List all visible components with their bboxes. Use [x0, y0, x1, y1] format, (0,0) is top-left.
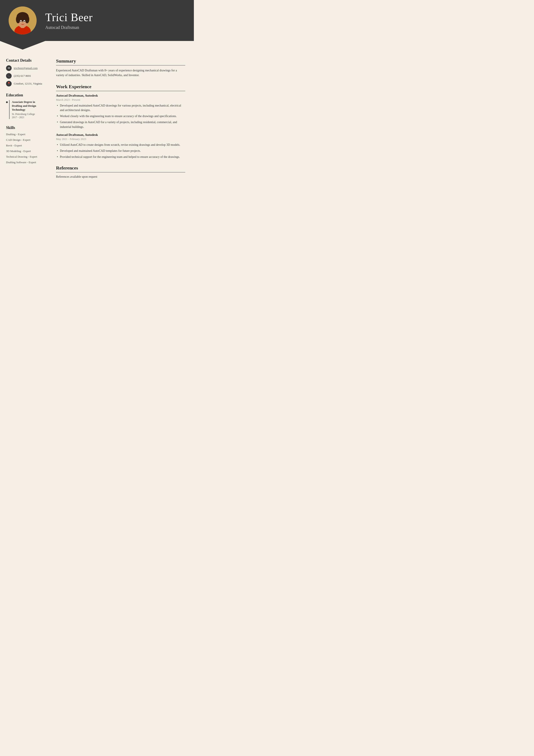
svg-point-5: [16, 15, 20, 23]
avatar-image: [9, 7, 37, 35]
resume-body: Contact Details ✉ tricibeer@gmail.com 📞 …: [0, 50, 194, 198]
skill-item: Drafting Software - Expert: [6, 161, 45, 164]
references-section: References References available upon req…: [56, 165, 185, 178]
email-icon: ✉: [6, 65, 12, 71]
skill-item: Drafting - Expert: [6, 133, 45, 136]
edu-content: Associate Degree in Drafting and Design …: [9, 100, 45, 119]
email-link[interactable]: tricibeer@gmail.com: [14, 67, 38, 70]
svg-point-9: [20, 21, 21, 22]
chevron-divider: [0, 41, 194, 50]
work-experience-title: Work Experience: [56, 84, 185, 91]
skill-item: 3D Modeling - Expert: [6, 149, 45, 153]
avatar: [9, 7, 37, 35]
candidate-name: Trici Beer: [45, 11, 93, 24]
summary-text: Experienced AutoCAD Draftsman with 8+ ye…: [56, 68, 185, 78]
job-1-bullet-2: Worked closely with the engineering team…: [56, 114, 185, 119]
job-1-period: March 2023 - Present: [56, 98, 185, 101]
chevron-shape: [0, 41, 45, 50]
phone-value: (235) 617 8691: [14, 74, 31, 78]
skills-section-title: Skills: [6, 125, 45, 130]
job-2-bullet-2: Developed and maintained AutoCAD templat…: [56, 148, 185, 153]
svg-point-10: [24, 21, 25, 22]
contact-section-title: Contact Details: [6, 58, 45, 63]
job-2-period: May 2021 - February 2023: [56, 137, 185, 141]
location-icon: 📍: [6, 81, 12, 87]
work-experience-section: Work Experience Autocad Draftsman, Autod…: [56, 84, 185, 159]
skills-section: Skills Drafting - Expert CAD Design - Ex…: [6, 125, 45, 164]
job-2-title: Autocad Draftsman, Autodesk: [56, 133, 185, 137]
job-2-bullet-1: Utilized AutoCAD to create designs from …: [56, 143, 185, 147]
address-value: Cristfort, 12131, Virginia: [14, 82, 42, 85]
references-text: References available upon request: [56, 175, 185, 178]
resume-header: Trici Beer Autocad Draftsman: [0, 0, 194, 41]
education-section-title: Education: [6, 93, 45, 97]
job-2: Autocad Draftsman, Autodesk May 2021 - F…: [56, 133, 185, 159]
edu-degree: Associate Degree in Drafting and Design …: [12, 100, 45, 112]
education-item: Associate Degree in Drafting and Design …: [6, 100, 45, 119]
skill-item: CAD Design - Expert: [6, 138, 45, 142]
skill-item: Technical Drawing - Expert: [6, 155, 45, 158]
email-item: ✉ tricibeer@gmail.com: [6, 65, 45, 71]
header-info: Trici Beer Autocad Draftsman: [45, 11, 93, 30]
summary-section: Summary Experienced AutoCAD Draftsman wi…: [56, 58, 185, 78]
edu-school: St. Petersburg College: [12, 113, 45, 116]
phone-icon: 📞: [6, 73, 12, 79]
address-item: 📍 Cristfort, 12131, Virginia: [6, 81, 45, 87]
sidebar: Contact Details ✉ tricibeer@gmail.com 📞 …: [0, 56, 50, 189]
job-1: Autocad Draftsman, Autodesk March 2023 -…: [56, 94, 185, 129]
edu-years: 2017 - 2021: [12, 116, 45, 119]
candidate-title: Autocad Draftsman: [45, 25, 93, 30]
job-1-title: Autocad Draftsman, Autodesk: [56, 94, 185, 97]
references-title: References: [56, 165, 185, 173]
svg-point-6: [25, 15, 29, 23]
education-section: Education Associate Degree in Drafting a…: [6, 93, 45, 119]
job-2-bullets: Utilized AutoCAD to create designs from …: [56, 143, 185, 159]
job-1-bullet-1: Developed and maintained AutoCAD drawing…: [56, 103, 185, 113]
skill-item: Revit - Expert: [6, 144, 45, 147]
phone-item: 📞 (235) 617 8691: [6, 73, 45, 79]
job-2-bullet-3: Provided technical support for the engin…: [56, 155, 185, 159]
contact-section: Contact Details ✉ tricibeer@gmail.com 📞 …: [6, 58, 45, 87]
summary-title: Summary: [56, 58, 185, 66]
job-1-bullet-3: Generated drawings in AutoCAD for a vari…: [56, 120, 185, 129]
edu-bullet-icon: [6, 101, 8, 103]
main-content: Summary Experienced AutoCAD Draftsman wi…: [50, 56, 194, 189]
job-1-bullets: Developed and maintained AutoCAD drawing…: [56, 103, 185, 129]
